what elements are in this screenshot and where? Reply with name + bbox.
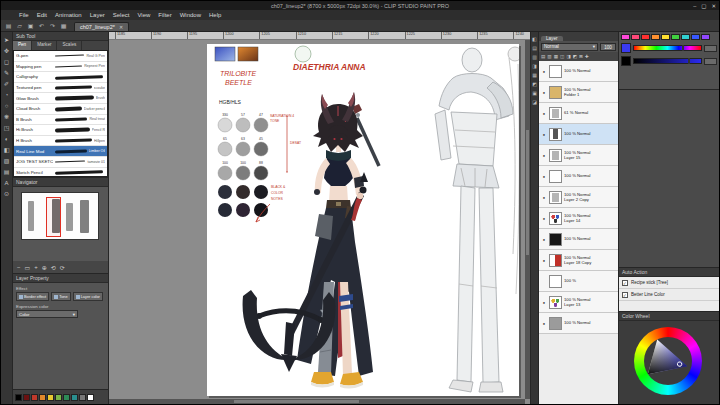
color-swatch[interactable] bbox=[641, 34, 650, 40]
layer-color-toggle[interactable]: Layer color bbox=[73, 292, 103, 301]
eraser-tool-icon[interactable]: ◳ bbox=[1, 123, 12, 133]
current-color-chip[interactable] bbox=[621, 43, 631, 53]
layer-row[interactable]: ●100 % NormalLayer 15 bbox=[539, 145, 618, 166]
canvas-tab[interactable]: ch07_lineup2* ✕ bbox=[74, 22, 129, 31]
layer-visibility-toggle[interactable]: ● bbox=[541, 174, 547, 179]
layer-visibility-toggle[interactable]: ● bbox=[541, 69, 547, 74]
border-effect-toggle[interactable]: Border effect bbox=[16, 292, 49, 301]
color-swatch[interactable] bbox=[631, 34, 640, 40]
brush-row[interactable]: Hi BrushPencil R bbox=[14, 125, 107, 136]
layer-thumbnail[interactable] bbox=[549, 317, 562, 330]
auto-action-item[interactable]: ✓ Recipe stick [Tree] bbox=[619, 277, 719, 289]
layer-visibility-toggle[interactable]: ● bbox=[541, 195, 547, 200]
pencil-tool-icon[interactable]: ✐ bbox=[1, 79, 12, 89]
brush-row-selected[interactable]: Real Line ModLimber Oil bbox=[14, 146, 107, 157]
pen-tool-icon[interactable]: ✎ bbox=[1, 68, 12, 78]
vertical-scrollbar[interactable] bbox=[525, 40, 530, 399]
color-swatch[interactable] bbox=[691, 34, 700, 40]
layer-row[interactable]: ●100 % NormalLayer 18 Copy bbox=[539, 250, 618, 271]
brush-tool-icon[interactable]: ◔ bbox=[1, 90, 12, 100]
color-swatch[interactable] bbox=[71, 394, 78, 401]
layer-folder-thumbnail[interactable] bbox=[549, 86, 562, 99]
redo-icon[interactable]: ↷ bbox=[48, 22, 57, 29]
color-swatch[interactable] bbox=[671, 34, 680, 40]
zoom-out-icon[interactable]: − bbox=[17, 264, 21, 270]
layer-thumbnail[interactable] bbox=[549, 149, 562, 162]
ruler-layer-icon[interactable]: ⊞ bbox=[579, 54, 583, 59]
new-folder-icon[interactable]: ▥ bbox=[547, 54, 551, 59]
menu-filter[interactable]: Filter bbox=[154, 12, 175, 18]
color-swatch[interactable] bbox=[63, 394, 70, 401]
undo-icon[interactable]: ↶ bbox=[37, 22, 46, 29]
brush-row[interactable]: G-penReal G Pen bbox=[14, 51, 107, 62]
blend-tool-icon[interactable]: ◐ bbox=[1, 134, 12, 144]
color-swatch[interactable] bbox=[79, 394, 86, 401]
rotate-right-icon[interactable]: ⟳ bbox=[60, 264, 65, 271]
layer-thumbnail[interactable] bbox=[549, 296, 562, 309]
layer-thumbnail[interactable] bbox=[549, 212, 562, 225]
color-swatch[interactable] bbox=[651, 34, 660, 40]
tone-toggle[interactable]: Tone bbox=[51, 292, 70, 301]
expression-color-dropdown[interactable]: Color ▾ bbox=[16, 310, 78, 318]
horizontal-scrollbar[interactable] bbox=[109, 399, 525, 404]
hue-value-box[interactable] bbox=[704, 45, 717, 52]
color-swatch[interactable] bbox=[621, 34, 630, 40]
color-swatch[interactable] bbox=[39, 394, 46, 401]
close-button[interactable]: ✕ bbox=[711, 3, 716, 9]
layer-row[interactable]: 100 % bbox=[539, 271, 618, 292]
layer-row[interactable]: ●61 % Normal bbox=[539, 103, 618, 124]
layer-thumbnail[interactable] bbox=[549, 128, 562, 141]
brush-row[interactable]: Textured penscouke bbox=[14, 83, 107, 94]
operation-tool-icon[interactable]: ➤ bbox=[1, 35, 12, 45]
layer-visibility-toggle[interactable]: ● bbox=[541, 111, 547, 116]
color-swatch[interactable] bbox=[661, 34, 670, 40]
menu-view[interactable]: View bbox=[133, 12, 154, 18]
sub-tool-tab-marker[interactable]: Marker bbox=[32, 41, 57, 50]
layer-thumbnail[interactable] bbox=[549, 233, 562, 246]
layer-visibility-toggle[interactable]: ● bbox=[541, 216, 547, 221]
navigator-preview[interactable] bbox=[13, 187, 108, 261]
lock-icon[interactable]: ◩ bbox=[573, 54, 577, 59]
fit-screen-icon[interactable]: ⊕ bbox=[42, 264, 47, 271]
opacity-field[interactable]: 100 bbox=[600, 43, 616, 51]
minimize-button[interactable]: – bbox=[693, 3, 696, 9]
zoom-tool-icon[interactable]: ⊙ bbox=[1, 189, 12, 199]
side-tab-icon[interactable]: ▤ bbox=[532, 45, 537, 51]
merge-down-icon[interactable]: ▦ bbox=[554, 54, 558, 59]
layer-row[interactable]: ●100 % NormalLayer 13 bbox=[539, 292, 618, 313]
layer-thumbnail[interactable] bbox=[549, 65, 562, 78]
saturation-slider[interactable] bbox=[633, 58, 702, 64]
text-tool-icon[interactable]: A bbox=[1, 178, 12, 188]
brush-row[interactable]: H BrushHillpen bbox=[14, 136, 107, 147]
layer-visibility-toggle[interactable]: ● bbox=[541, 132, 547, 137]
brush-row[interactable]: B BrushReal treat bbox=[14, 115, 107, 126]
zoom-slider-icon[interactable]: ▭ bbox=[25, 264, 31, 271]
brush-row[interactable]: Mapping penRepnest Pen bbox=[14, 62, 107, 73]
side-tab-icon[interactable]: ▦ bbox=[532, 72, 537, 78]
selection-tool-icon[interactable]: ◻ bbox=[1, 57, 12, 67]
navigator-view-rect[interactable] bbox=[46, 197, 61, 237]
rotate-left-icon[interactable]: ⟲ bbox=[51, 264, 56, 271]
blend-mode-dropdown[interactable]: Normal ▾ bbox=[541, 43, 598, 51]
layer-row[interactable]: ●100 % NormalLayer 14 bbox=[539, 208, 618, 229]
layer-row[interactable]: ●100 % Normal bbox=[539, 166, 618, 187]
checkbox-checked-icon[interactable]: ✓ bbox=[622, 280, 628, 286]
save-icon[interactable]: ▣ bbox=[26, 22, 35, 29]
clip-icon[interactable]: ◨ bbox=[566, 54, 570, 59]
move-tool-icon[interactable]: ✥ bbox=[1, 46, 12, 56]
brush-row[interactable]: Calligraphy bbox=[14, 72, 107, 83]
layer-visibility-toggle[interactable]: ● bbox=[541, 258, 547, 263]
side-tab-ic[interactable]: ◨ bbox=[532, 63, 537, 69]
hue-ring[interactable] bbox=[634, 327, 702, 395]
layer-thumbnail[interactable] bbox=[549, 107, 562, 120]
color-swatch[interactable] bbox=[701, 34, 710, 40]
saturation-value-box[interactable] bbox=[704, 58, 717, 65]
color-swatch[interactable] bbox=[87, 394, 94, 401]
decoration-tool-icon[interactable]: ❋ bbox=[1, 112, 12, 122]
layer-row[interactable]: ●100 % Normal bbox=[539, 229, 618, 250]
side-tab-icon[interactable]: ◪ bbox=[532, 99, 537, 105]
mask-icon[interactable]: ◫ bbox=[560, 54, 564, 59]
grid-icon[interactable]: ▦ bbox=[59, 22, 68, 29]
canvas-area[interactable]: 1185119011951200120512101215122012251230… bbox=[109, 32, 530, 404]
layer-visibility-toggle[interactable]: ● bbox=[541, 300, 547, 305]
